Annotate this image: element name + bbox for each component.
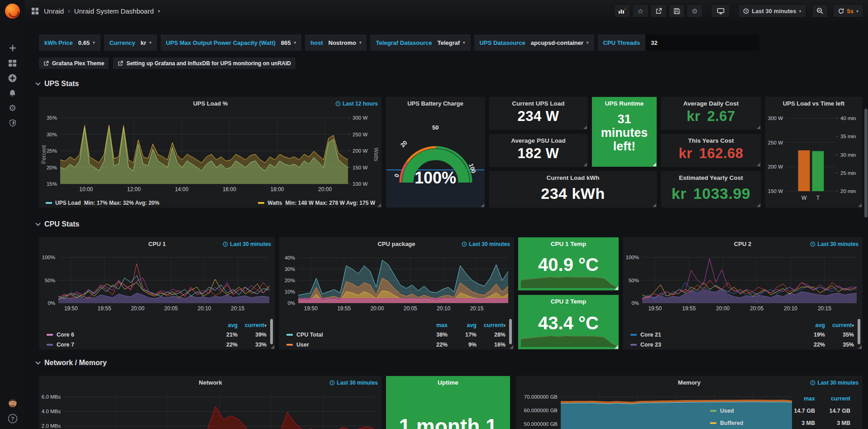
resize-handle[interactable] (583, 125, 587, 129)
page-scrollbar[interactable] (864, 109, 868, 217)
resize-handle[interactable] (858, 203, 862, 207)
chevron-down-icon[interactable]: ▾ (158, 9, 160, 14)
time-range-link[interactable]: Last 30 minutes (810, 380, 858, 386)
legend-entry[interactable]: UPS LoadMin: 17% Max: 32% Avg: 20% (46, 200, 159, 206)
cpu1-chart[interactable]: 100%50%0%19:5019:5520:0020:0520:1020:15 (39, 237, 275, 318)
legend-row[interactable]: Core 2119%35% (630, 330, 854, 340)
share-button[interactable] (650, 4, 667, 18)
legend-row[interactable]: User22%9%16% (286, 340, 506, 350)
link-ups-monitoring-guide[interactable]: Setting up Grafana and InfluxDB for UPS … (113, 58, 295, 69)
time-range-link[interactable]: Last 30 minutes (223, 241, 271, 247)
panel-title[interactable]: UPS Load % (39, 100, 382, 107)
legend-row[interactable]: CPU Total38%17%28% (286, 330, 506, 340)
legend-row[interactable]: Core 621%39% (47, 330, 267, 340)
time-range-link[interactable]: Last 12 hours (335, 101, 378, 107)
resize-handle[interactable] (653, 163, 656, 166)
axis-tick: 100% (42, 255, 55, 260)
resize-handle[interactable] (481, 203, 484, 207)
resize-handle[interactable] (757, 203, 760, 207)
resize-handle[interactable] (757, 163, 760, 166)
legend-sort-avg[interactable]: avg (448, 322, 477, 328)
axis-tick: 300 W (353, 115, 367, 121)
variable-host[interactable]: host Nostromo▾ (305, 34, 367, 51)
gauge-value: 100% (386, 169, 485, 188)
temp-sparkline (521, 272, 616, 288)
ups-load-chart[interactable]: 35%30%25%20%15%300 W250 W200 W150 W100 W… (39, 110, 382, 197)
axis-tick: 35% (47, 115, 57, 121)
panel-title[interactable]: UPS Load vs Time left (765, 100, 862, 107)
resize-handle[interactable] (757, 125, 760, 129)
resize-handle[interactable] (510, 345, 513, 349)
panel-cpu1-temp: CPU 1 Temp 40.9 °C (518, 237, 619, 291)
resize-handle[interactable] (615, 286, 618, 290)
time-range-link[interactable]: Last 30 minutes (329, 380, 378, 386)
cpu-threads-input[interactable] (645, 34, 759, 51)
variable-kwh-price[interactable]: kWh Price 0.65▾ (39, 34, 100, 51)
user-avatar[interactable] (8, 398, 18, 408)
legend-scrollbar[interactable] (509, 319, 512, 344)
refresh-interval-label: 5s (847, 8, 854, 14)
legend-row[interactable]: Buffered3 MB3 MB (710, 417, 850, 429)
help-icon[interactable]: ? (8, 414, 18, 424)
breadcrumb-app[interactable]: Unraid (44, 7, 64, 15)
explore-compass-icon[interactable] (8, 73, 18, 83)
legend-sort-max[interactable]: max (780, 395, 815, 402)
resize-handle[interactable] (377, 203, 381, 207)
clock-icon (329, 380, 335, 386)
legend-row[interactable]: Core 2322%35% (630, 340, 854, 350)
chart-legend: maxavgcurrent▾CPU Total38%17%28%User22%9… (286, 321, 506, 350)
axis-tick: 20:05 (750, 305, 763, 312)
legend-header: maxavgcurrent▾ (286, 321, 506, 330)
add-panel-button[interactable] (614, 4, 630, 18)
chart-canvas (39, 110, 382, 197)
grafana-logo[interactable] (5, 4, 20, 19)
resize-handle[interactable] (271, 345, 274, 349)
legend-sort-current[interactable]: current (815, 395, 850, 402)
axis-tick: 0% (631, 300, 639, 306)
cpu-package-chart[interactable]: 40%30%20%10%0%19:5019:5520:0020:0520:102… (279, 237, 514, 318)
legend-entry[interactable]: WattsMin: 148 W Max: 278 W Avg: 175 W (258, 200, 375, 206)
legend-row[interactable]: Used14.7 GB14.7 GB (710, 405, 850, 417)
legend-scrollbar[interactable] (858, 319, 860, 344)
legend-row[interactable]: Core 722%33% (47, 340, 267, 350)
legend-sort-avg[interactable]: avg (796, 322, 825, 328)
variable-currency[interactable]: Currency kr▾ (104, 34, 157, 51)
resize-handle[interactable] (653, 203, 656, 207)
link-grafana-plex-theme[interactable]: Grafana Plex Theme (39, 58, 109, 69)
create-plus-icon[interactable] (8, 43, 18, 53)
server-admin-shield-icon[interactable] (8, 118, 18, 128)
time-range-link[interactable]: Last 30 minutes (810, 241, 858, 247)
resize-handle[interactable] (858, 345, 862, 349)
section-ups-stats[interactable]: UPS Stats (35, 80, 79, 88)
zoom-out-button[interactable] (812, 4, 828, 18)
alerting-bell-icon[interactable] (8, 88, 18, 98)
save-button[interactable] (668, 4, 685, 18)
legend-sort-max[interactable]: max (419, 322, 448, 328)
variable-telegraf-datasource[interactable]: Telegraf Datasource Telegraf▾ (370, 34, 470, 51)
section-cpu-stats[interactable]: CPU Stats (35, 220, 79, 228)
resize-handle[interactable] (583, 163, 587, 166)
configuration-gear-icon[interactable]: ⚙ (8, 103, 18, 113)
axis-tick: 70.000000 GB (524, 394, 558, 400)
star-button[interactable]: ☆ (632, 4, 649, 18)
variable-ups-max-output[interactable]: UPS Max Output Power Capacity (Watt) 865… (161, 34, 301, 51)
legend-sort-avg[interactable]: avg (209, 322, 238, 328)
resize-handle[interactable] (615, 345, 618, 349)
ups-load-vs-time-chart[interactable]: 300 W250 W200 W150 W40 min35 min30 min25… (765, 97, 862, 208)
panel-title[interactable]: UPS Battery Charge (386, 100, 485, 107)
time-range-link[interactable]: Last 30 minutes (462, 241, 510, 247)
refresh-picker[interactable]: 5s ▾ (833, 4, 864, 18)
apps-grid-icon[interactable] (30, 6, 40, 16)
dashboards-icon[interactable] (8, 58, 18, 68)
legend-sort-current[interactable]: current▾ (477, 322, 506, 328)
legend-scrollbar[interactable] (270, 319, 273, 344)
time-range-picker[interactable]: Last 30 minutes ▾ (738, 4, 806, 18)
section-network-memory[interactable]: Network / Memory (35, 359, 107, 367)
variable-ups-datasource[interactable]: UPS Datasource apcupsd-container▾ (474, 34, 594, 51)
legend-sort-current[interactable]: current▾ (238, 322, 267, 328)
cycle-view-button[interactable] (711, 4, 730, 18)
cpu2-chart[interactable]: 100%50%0%19:5019:5520:0020:0520:1020:15 (623, 237, 862, 318)
legend-sort-current[interactable]: current▾ (825, 322, 854, 328)
breadcrumb-page-title[interactable]: Unraid System Dashboard (74, 7, 154, 15)
settings-button[interactable]: ⚙ (687, 4, 703, 18)
